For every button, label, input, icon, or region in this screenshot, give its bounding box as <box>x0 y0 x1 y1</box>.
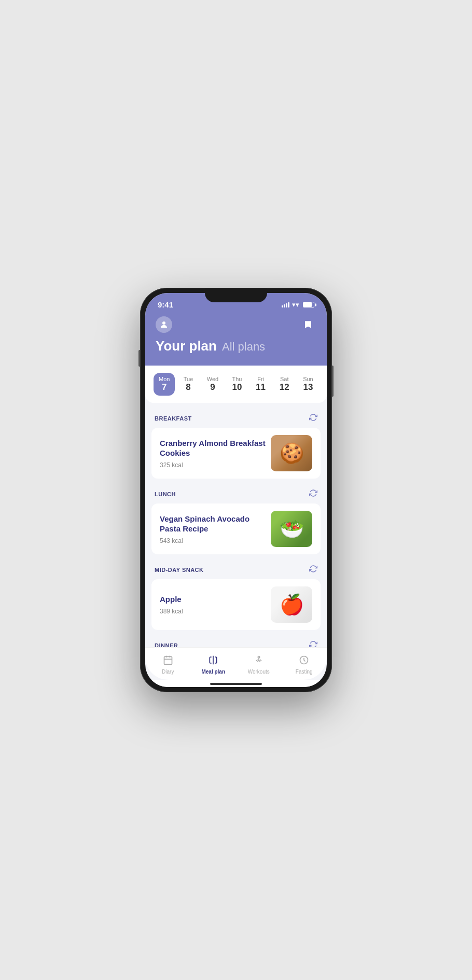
all-plans-link[interactable]: All plans <box>222 340 265 354</box>
breakfast-header: BREAKFAST <box>145 407 327 428</box>
snack-section: MID-DAY SNACK Apple 389 kcal <box>145 558 327 630</box>
lunch-refresh-button[interactable] <box>309 489 317 499</box>
day-saturday[interactable]: Sat 12 <box>274 373 295 396</box>
day-number-thu: 10 <box>232 382 242 393</box>
breakfast-refresh-button[interactable] <box>309 413 317 424</box>
nav-diary[interactable]: Diary <box>151 653 185 677</box>
phone-frame: 9:41 ▾▾ <box>140 288 332 692</box>
lunch-image <box>271 511 312 547</box>
lunch-title: LUNCH <box>155 491 176 497</box>
svg-rect-1 <box>164 656 172 664</box>
signal-icon <box>282 302 289 307</box>
day-wednesday[interactable]: Wed 9 <box>202 373 224 396</box>
breakfast-kcal: 325 kcal <box>160 461 266 469</box>
lunch-kcal: 543 kcal <box>160 537 266 544</box>
day-number-fri: 11 <box>256 382 266 393</box>
main-content: Mon 7 Tue 8 Wed 9 Thu 10 Fri 11 <box>145 366 327 647</box>
lunch-info: Vegan Spinach Avocado Pasta Recipe 543 k… <box>160 514 271 544</box>
day-thursday[interactable]: Thu 10 <box>227 373 247 396</box>
meal-plan-icon <box>208 655 218 668</box>
snack-title: MID-DAY SNACK <box>155 567 204 573</box>
bottom-nav: Diary Meal plan <box>145 647 327 680</box>
dinner-refresh-button[interactable] <box>309 640 317 647</box>
header-icons <box>156 316 316 333</box>
header: Your plan All plans <box>145 312 327 366</box>
breakfast-title: BREAKFAST <box>155 415 192 422</box>
day-selector: Mon 7 Tue 8 Wed 9 Thu 10 Fri 11 <box>145 366 327 403</box>
day-number-sun: 13 <box>303 382 313 393</box>
snack-image <box>271 586 312 623</box>
bookmark-button[interactable] <box>300 316 316 333</box>
fasting-label: Fasting <box>296 669 313 675</box>
status-icons: ▾▾ <box>282 301 314 309</box>
home-indicator <box>145 680 327 687</box>
day-friday[interactable]: Fri 11 <box>251 373 271 396</box>
snack-name: Apple <box>160 594 266 605</box>
workouts-label: Workouts <box>248 669 270 675</box>
phone-screen: 9:41 ▾▾ <box>145 293 327 687</box>
lunch-name: Vegan Spinach Avocado Pasta Recipe <box>160 514 266 534</box>
your-plan-title: Your plan <box>156 338 217 354</box>
day-number-mon: 7 <box>162 382 166 393</box>
breakfast-info: Cranberry Almond Breakfast Cookies 325 k… <box>160 438 271 469</box>
snack-card[interactable]: Apple 389 kcal <box>151 579 321 630</box>
snack-refresh-button[interactable] <box>309 565 317 575</box>
diary-label: Diary <box>162 669 174 675</box>
nav-fasting[interactable]: Fasting <box>287 653 321 677</box>
lunch-header: LUNCH <box>145 483 327 503</box>
snack-info: Apple 389 kcal <box>160 594 271 615</box>
svg-point-9 <box>258 656 259 658</box>
day-number-wed: 9 <box>210 382 215 393</box>
header-title: Your plan All plans <box>156 338 316 354</box>
wifi-icon: ▾▾ <box>292 301 299 309</box>
day-name-sat: Sat <box>280 376 289 382</box>
day-number-sat: 12 <box>280 382 289 393</box>
day-name-sun: Sun <box>303 376 313 382</box>
svg-line-10 <box>256 660 258 661</box>
battery-icon <box>303 302 314 307</box>
lunch-section: LUNCH Vegan Spinach Avocado Pasta Recipe… <box>145 483 327 554</box>
svg-line-11 <box>260 660 261 661</box>
diary-icon <box>163 655 173 668</box>
fasting-icon <box>299 655 309 668</box>
nav-workouts[interactable]: Workouts <box>242 653 275 677</box>
breakfast-image <box>271 435 312 471</box>
home-bar <box>210 683 262 685</box>
day-tuesday[interactable]: Tue 8 <box>178 373 199 396</box>
day-monday[interactable]: Mon 7 <box>154 373 175 396</box>
breakfast-section: BREAKFAST Cranberry Almond Breakfast Coo… <box>145 407 327 479</box>
dinner-title: DINNER <box>155 642 178 647</box>
workouts-icon <box>254 655 264 668</box>
day-name-tue: Tue <box>184 376 193 382</box>
day-name-wed: Wed <box>207 376 218 382</box>
lunch-card[interactable]: Vegan Spinach Avocado Pasta Recipe 543 k… <box>151 503 321 554</box>
breakfast-card[interactable]: Cranberry Almond Breakfast Cookies 325 k… <box>151 428 321 479</box>
user-avatar-button[interactable] <box>156 316 172 333</box>
notch <box>205 288 267 302</box>
nav-meal-plan[interactable]: Meal plan <box>197 653 230 677</box>
snack-header: MID-DAY SNACK <box>145 558 327 579</box>
meal-plan-label: Meal plan <box>201 669 225 675</box>
day-name-mon: Mon <box>159 376 170 382</box>
day-name-fri: Fri <box>257 376 264 382</box>
day-name-thu: Thu <box>232 376 242 382</box>
dinner-section: DINNER <box>145 634 327 647</box>
breakfast-name: Cranberry Almond Breakfast Cookies <box>160 438 266 458</box>
snack-kcal: 389 kcal <box>160 608 266 615</box>
day-sunday[interactable]: Sun 13 <box>298 373 318 396</box>
status-time: 9:41 <box>158 300 173 309</box>
svg-point-0 <box>162 321 165 325</box>
dinner-header: DINNER <box>145 634 327 647</box>
day-number-tue: 8 <box>186 382 190 393</box>
